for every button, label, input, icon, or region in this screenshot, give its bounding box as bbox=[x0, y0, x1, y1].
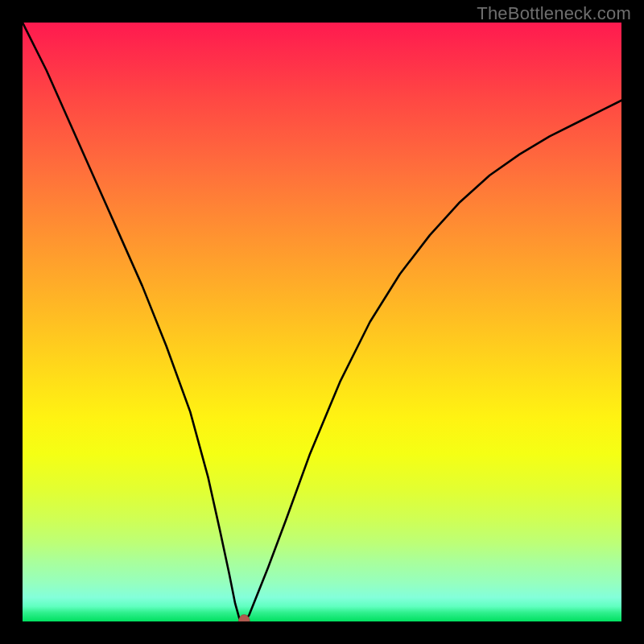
plot-area bbox=[23, 23, 621, 621]
chart-frame: TheBottleneck.com bbox=[0, 0, 644, 644]
bottleneck-curve bbox=[23, 23, 621, 621]
watermark-label: TheBottleneck.com bbox=[477, 3, 631, 24]
curve-svg bbox=[23, 23, 621, 621]
